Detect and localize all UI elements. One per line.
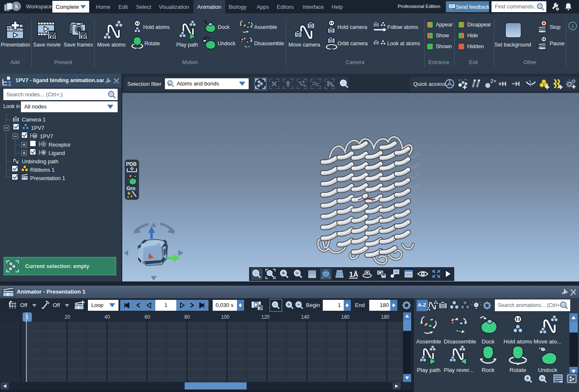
svg-text:M: M	[33, 134, 36, 138]
svg-text:i: i	[572, 23, 574, 29]
svg-text:5: 5	[15, 3, 18, 10]
svg-text:2+: 2+	[490, 78, 497, 84]
svg-text:1Å: 1Å	[349, 271, 358, 279]
